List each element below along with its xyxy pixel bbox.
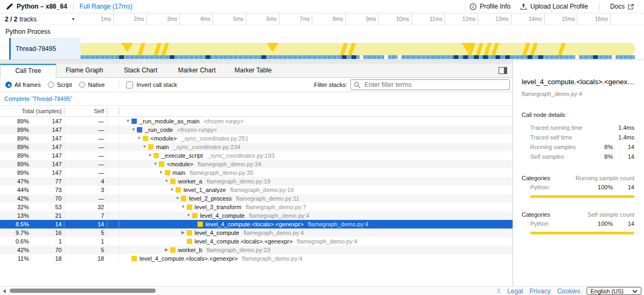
collapse-icon[interactable]: ▼ xyxy=(180,203,187,211)
track-marker[interactable] xyxy=(121,43,133,52)
timeline-tick[interactable]: 7ms xyxy=(280,13,313,25)
track-marker[interactable] xyxy=(522,43,530,55)
call-tree-row[interactable]: 13%217▼level_4_computeflamegraph_demo.py… xyxy=(0,211,513,220)
thread-track[interactable]: Thread-78495 xyxy=(0,38,644,60)
language-select[interactable]: English (US) xyxy=(587,287,641,295)
radio-all-frames[interactable]: All frames xyxy=(5,82,41,88)
radio-script[interactable]: Script xyxy=(48,82,72,88)
timeline-tick[interactable]: 13ms xyxy=(478,13,511,25)
sample-segment[interactable] xyxy=(593,55,598,59)
tab-flame-graph[interactable]: Flame Graph xyxy=(56,64,113,78)
process-track-header[interactable]: Python Process xyxy=(0,25,644,38)
sample-segment[interactable] xyxy=(119,55,124,59)
sample-segment[interactable] xyxy=(206,55,210,59)
timeline-tick[interactable]: 1ms xyxy=(80,13,114,25)
thread-track-label[interactable]: Thread-78495 xyxy=(11,38,80,60)
track-marker[interactable] xyxy=(475,43,484,55)
call-tree-row[interactable]: 9.7%165▶level_4_computeflamegraph_demo.p… xyxy=(0,228,513,237)
footer-link-legal[interactable]: Legal xyxy=(507,287,523,295)
expand-icon[interactable]: ▶ xyxy=(180,228,187,237)
collapse-icon[interactable]: ▼ xyxy=(163,177,170,186)
call-tree-row[interactable]: 8.5%1414level_4_compute.<locals>.<genexp… xyxy=(0,220,513,228)
footer-link-privacy[interactable]: Privacy xyxy=(530,287,551,295)
call-tree-row[interactable]: 89%147—▼<module>flamegraph_demo.py:34 xyxy=(0,160,513,168)
collapse-icon[interactable]: ▼ xyxy=(174,194,181,203)
thread-track-visualization[interactable] xyxy=(80,38,644,60)
docs-link[interactable]: Docs xyxy=(605,3,639,10)
sample-segment[interactable] xyxy=(170,55,174,59)
invert-call-stack-checkbox[interactable]: Invert call stack xyxy=(126,82,177,88)
collapse-icon[interactable]: ▼ xyxy=(158,168,165,177)
marker-band[interactable] xyxy=(80,43,635,55)
upload-profile-button[interactable]: Upload Local Profile xyxy=(515,3,592,10)
profile-name-button[interactable]: Python – x86_64 xyxy=(0,3,67,10)
call-tree-row[interactable]: 0.6%11level_4_compute.<locals>.<genexpr>… xyxy=(0,237,513,246)
expand-icon[interactable]: ▶ xyxy=(163,246,170,254)
timeline-tick[interactable]: 15ms xyxy=(545,13,578,25)
track-marker[interactable] xyxy=(529,43,538,55)
tab-marker-table[interactable]: Marker Table xyxy=(225,64,281,78)
sample-segment[interactable] xyxy=(483,55,488,59)
track-marker[interactable] xyxy=(339,43,348,55)
timeline-tick[interactable]: 9ms xyxy=(346,13,379,25)
call-tree-row[interactable]: 42%705▶worker_bflamegraph_demo.py:23 xyxy=(0,246,513,254)
collapse-icon[interactable]: ▼ xyxy=(169,186,175,194)
collapse-icon[interactable]: ▼ xyxy=(136,134,143,143)
sample-segment[interactable] xyxy=(453,55,458,59)
timeline-tick[interactable]: 3ms xyxy=(147,13,180,25)
call-tree-row[interactable]: 42%70—▼level_2_processflamegraph_demo.py… xyxy=(0,194,513,203)
footer-close-button[interactable]: X xyxy=(496,287,501,295)
collapse-icon[interactable]: ▼ xyxy=(152,160,159,168)
track-marker[interactable] xyxy=(153,43,162,55)
sample-strip[interactable] xyxy=(80,55,635,59)
timeline-tick[interactable]: 14ms xyxy=(511,13,545,25)
tracks-dropdown[interactable]: 2 / 2 tracks ▼ xyxy=(0,13,80,25)
timeline-tick[interactable]: 2ms xyxy=(114,13,147,25)
sidebar-toggle-icon[interactable] xyxy=(499,67,507,74)
collapse-icon[interactable]: ▼ xyxy=(147,151,153,160)
column-total-samples[interactable]: Total (samples) xyxy=(0,107,64,115)
sample-segment[interactable] xyxy=(261,55,266,59)
track-marker[interactable] xyxy=(137,43,145,55)
timeline-tick[interactable]: 10ms xyxy=(379,13,412,25)
timeline-tick[interactable]: 12ms xyxy=(445,13,478,25)
complete-range-link[interactable]: Complete “Thread-78495” xyxy=(4,95,72,102)
horizontal-scrollbar-thumb[interactable] xyxy=(10,289,156,293)
sample-segment[interactable] xyxy=(495,55,500,59)
collapse-icon[interactable]: ▼ xyxy=(130,126,137,134)
tab-stack-chart[interactable]: Stack Chart xyxy=(113,64,169,78)
track-marker[interactable] xyxy=(557,43,566,55)
collapse-icon[interactable]: ▼ xyxy=(185,211,192,220)
timeline-tick[interactable]: 5ms xyxy=(213,13,246,25)
timeline-tick[interactable]: 16ms xyxy=(577,13,611,25)
tab-marker-chart[interactable]: Marker Chart xyxy=(169,64,225,78)
call-tree-row[interactable]: 32%5332▼level_3_transformflamegraph_demo… xyxy=(0,203,513,211)
footer-link-cookies[interactable]: Cookies xyxy=(557,287,580,295)
call-tree-row[interactable]: 89%147—▼mainflamegraph_demo.py:30 xyxy=(0,168,513,177)
collapse-icon[interactable]: ▼ xyxy=(125,117,131,126)
sample-segment[interactable] xyxy=(538,55,543,59)
call-tree-row[interactable]: 44%733▼level_1_analyzeflamegraph_demo.py… xyxy=(0,186,513,194)
sample-segment[interactable] xyxy=(342,55,347,59)
sample-segment[interactable] xyxy=(528,55,532,59)
timeline-tick[interactable]: 8ms xyxy=(312,13,346,25)
call-tree-row[interactable]: 11%1818level_4_compute.<locals>.<genexpr… xyxy=(0,254,513,263)
sample-segment[interactable] xyxy=(474,55,479,59)
call-tree-row[interactable]: 89%147—▼_run_code<frozen runpy> xyxy=(0,126,513,134)
sample-segment[interactable] xyxy=(505,55,510,59)
scroll-left-arrow-icon[interactable] xyxy=(3,289,6,293)
tab-call-tree[interactable]: Call Tree xyxy=(0,64,56,78)
timeline-tick[interactable]: 6ms xyxy=(246,13,280,25)
call-tree-row[interactable]: 89%147—▼<module>_sync_coordinator.py:251 xyxy=(0,134,513,143)
track-marker[interactable] xyxy=(267,43,279,52)
profile-info-button[interactable]: Profile Info xyxy=(465,3,515,10)
call-tree-row[interactable]: 47%774▼worker_aflamegraph_demo.py:19 xyxy=(0,177,513,186)
call-tree-row[interactable]: 89%147—▼_run_module_as_main<frozen runpy… xyxy=(0,117,513,126)
sample-segment[interactable] xyxy=(463,55,468,59)
call-tree-row[interactable]: 89%147—▼_execute_script_sync_coordinator… xyxy=(0,151,513,160)
full-range-button[interactable]: Full Range (17ms) xyxy=(79,3,133,10)
sample-segment[interactable] xyxy=(352,55,356,59)
track-marker[interactable] xyxy=(160,43,169,55)
radio-native[interactable]: Native xyxy=(79,82,105,88)
call-tree-row[interactable]: 89%147—▼main_sync_coordinator.py:234 xyxy=(0,143,513,151)
